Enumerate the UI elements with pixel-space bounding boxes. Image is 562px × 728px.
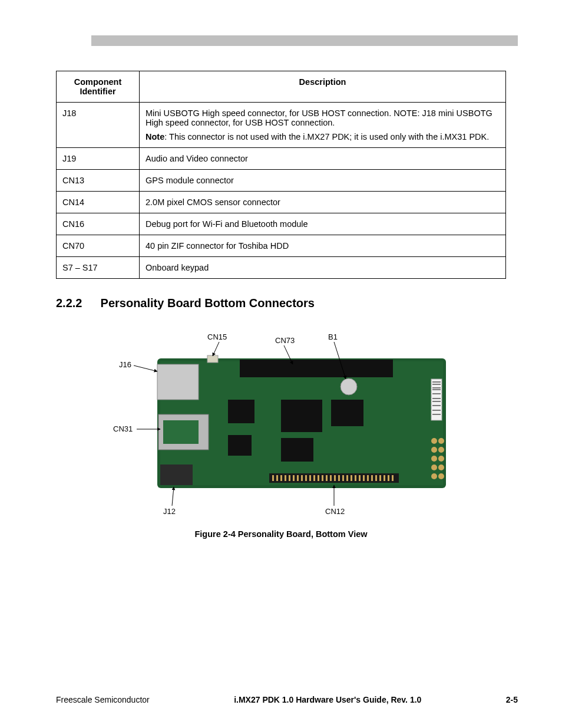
section-title: Personality Board Bottom Connectors (101, 297, 315, 309)
svg-point-64 (431, 473, 437, 479)
svg-rect-5 (163, 420, 199, 444)
svg-rect-55 (207, 355, 218, 363)
cell-desc: GPS module connector (140, 170, 506, 192)
svg-point-56 (431, 438, 437, 444)
table-row: J18 Mini USBOTG High speed connector, fo… (57, 103, 506, 148)
callout-cn15: CN15 (207, 332, 227, 341)
svg-rect-47 (363, 475, 365, 481)
svg-point-65 (438, 473, 444, 479)
callout-j12: J12 (163, 507, 176, 516)
content-area: Component Identifier Description J18 Min… (56, 71, 506, 539)
svg-rect-39 (330, 475, 332, 481)
svg-rect-36 (318, 475, 319, 481)
svg-point-63 (438, 465, 444, 470)
svg-point-12 (340, 378, 357, 395)
footer-left: Freescale Semiconductor (56, 695, 150, 704)
callout-cn73: CN73 (275, 336, 295, 345)
callout-cn31: CN31 (113, 424, 133, 433)
svg-rect-7 (281, 400, 322, 432)
svg-point-60 (431, 456, 437, 462)
note-text: Note: This connector is not used with th… (146, 132, 500, 141)
cell-id: CN14 (57, 192, 140, 213)
cell-id: CN70 (57, 235, 140, 257)
svg-rect-8 (331, 400, 363, 426)
svg-rect-40 (334, 475, 336, 481)
cell-desc: Debug port for Wi-Fi and Bluetooth modul… (140, 213, 506, 235)
svg-rect-50 (375, 475, 377, 481)
svg-rect-54 (392, 475, 394, 481)
svg-rect-41 (338, 475, 340, 481)
callout-b1: B1 (328, 332, 338, 341)
svg-line-66 (213, 342, 219, 356)
page-footer: Freescale Semiconductor 2-5 i.MX27 PDK 1… (56, 695, 518, 704)
table-row: CN14 2.0M pixel CMOS sensor connector (57, 192, 506, 213)
cell-id: J18 (57, 103, 140, 148)
svg-rect-26 (276, 475, 278, 481)
table-row: CN70 40 pin ZIF connector for Toshiba HD… (57, 235, 506, 257)
col-header-desc: Description (140, 71, 506, 103)
cell-id: J19 (57, 148, 140, 170)
svg-rect-49 (371, 475, 373, 481)
svg-rect-37 (322, 475, 323, 481)
svg-rect-35 (313, 475, 315, 481)
svg-rect-27 (280, 475, 282, 481)
svg-rect-2 (240, 360, 393, 377)
component-table: Component Identifier Description J18 Min… (56, 71, 506, 279)
callout-cn12: CN12 (325, 507, 345, 516)
svg-point-61 (438, 456, 444, 462)
svg-rect-30 (293, 475, 295, 481)
cell-desc: Mini USBOTG High speed connector, for US… (140, 103, 506, 148)
svg-rect-11 (228, 435, 252, 456)
table-header-row: Component Identifier Description (57, 71, 506, 103)
svg-rect-29 (289, 475, 290, 481)
footer-page-number: 2-5 (506, 695, 518, 704)
cell-desc: 2.0M pixel CMOS sensor connector (140, 192, 506, 213)
table-row: CN16 Debug port for Wi-Fi and Bluetooth … (57, 213, 506, 235)
figure-caption: Figure 2-4 Personality Board, Bottom Vie… (56, 529, 506, 539)
svg-rect-32 (301, 475, 303, 481)
board-image: CN15 CN73 B1 J16 CN31 J12 CN12 (104, 323, 458, 518)
svg-rect-45 (355, 475, 356, 481)
svg-rect-52 (384, 475, 385, 481)
svg-line-69 (134, 365, 157, 371)
cell-id: CN13 (57, 170, 140, 192)
svg-rect-34 (309, 475, 311, 481)
svg-point-62 (431, 465, 437, 470)
svg-rect-31 (297, 475, 299, 481)
table-row: J19 Audio and Video connector (57, 148, 506, 170)
cell-desc: 40 pin ZIF connector for Toshiba HDD (140, 235, 506, 257)
table-row: CN13 GPS module connector (57, 170, 506, 192)
svg-rect-51 (379, 475, 381, 481)
svg-rect-25 (272, 475, 274, 481)
svg-rect-28 (285, 475, 286, 481)
callout-j16: J16 (119, 360, 131, 369)
header-bar (91, 35, 518, 46)
svg-rect-9 (281, 438, 313, 462)
svg-rect-6 (160, 465, 193, 485)
desc-text: Mini USBOTG High speed connector, for US… (146, 108, 500, 127)
svg-rect-3 (157, 364, 199, 400)
table-row: S7 – S17 Onboard keypad (57, 257, 506, 279)
svg-rect-38 (326, 475, 328, 481)
figure: CN15 CN73 B1 J16 CN31 J12 CN12 Figure 2-… (56, 323, 506, 539)
svg-point-57 (438, 438, 444, 444)
svg-rect-10 (228, 400, 254, 423)
cell-desc: Onboard keypad (140, 257, 506, 279)
svg-line-71 (172, 487, 174, 506)
svg-rect-33 (305, 475, 307, 481)
svg-rect-46 (359, 475, 361, 481)
col-header-id: Component Identifier (57, 71, 140, 103)
svg-rect-44 (351, 475, 352, 481)
page: Component Identifier Description J18 Min… (0, 0, 562, 728)
cell-id: S7 – S17 (57, 257, 140, 279)
svg-rect-43 (346, 475, 348, 481)
cell-desc: Audio and Video connector (140, 148, 506, 170)
svg-rect-42 (342, 475, 344, 481)
cell-id: CN16 (57, 213, 140, 235)
svg-rect-48 (367, 475, 369, 481)
section-heading: 2.2.2 Personality Board Bottom Connector… (56, 297, 506, 310)
section-number: 2.2.2 (56, 297, 97, 310)
svg-point-59 (438, 447, 444, 453)
svg-point-58 (431, 447, 437, 453)
svg-rect-53 (388, 475, 389, 481)
